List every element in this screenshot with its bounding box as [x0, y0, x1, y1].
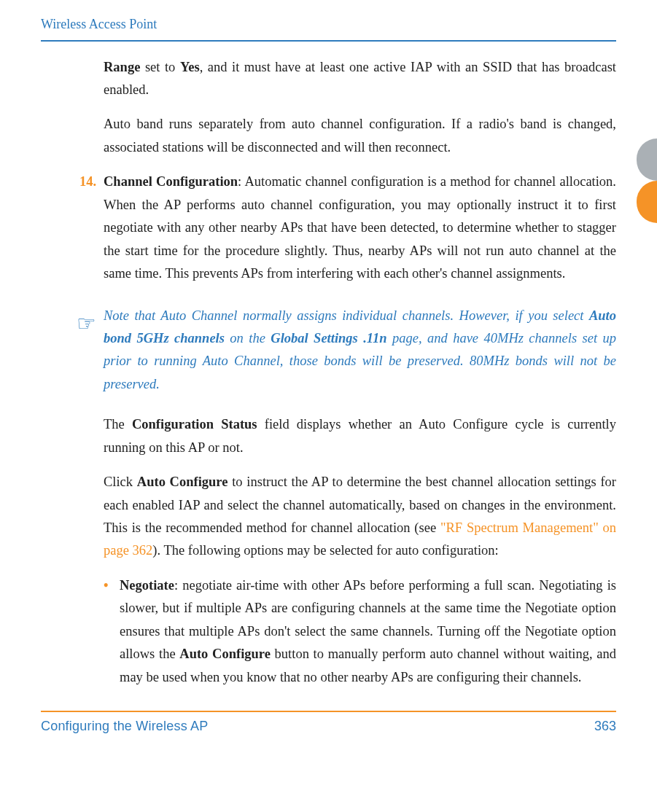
- term-negotiate: Negotiate: [120, 578, 174, 593]
- side-tab-strip: [637, 160, 657, 223]
- bullet-body-negotiate: Negotiate: negotiate air-time with other…: [120, 574, 616, 689]
- term-yes: Yes: [180, 60, 200, 74]
- footer-title: Configuring the Wireless AP: [41, 715, 209, 738]
- paragraph-config-status: The Configuration Status field displays …: [104, 413, 616, 459]
- item-number-14: 14.: [73, 171, 104, 285]
- side-tab-grey: [637, 138, 657, 181]
- paragraph-range: Range set to Yes, and it must have at le…: [104, 56, 616, 102]
- item-body-14: Channel Configuration: Automatic channel…: [104, 171, 616, 285]
- note-body: Note that Auto Channel normally assigns …: [104, 305, 616, 397]
- term-channel-config: Channel Configuration: [104, 174, 238, 189]
- term-auto-configure-2: Auto Configure: [179, 647, 271, 661]
- side-tab-orange: [637, 181, 657, 223]
- page-footer: Configuring the Wireless AP 363: [41, 711, 616, 738]
- note-callout: ☞ Note that Auto Channel normally assign…: [73, 305, 616, 397]
- paragraph-auto-configure: Click Auto Configure to instruct the AP …: [104, 471, 616, 563]
- bullet-icon: •: [104, 574, 120, 689]
- term-auto-configure: Auto Configure: [137, 475, 228, 489]
- page-number: 363: [594, 715, 616, 738]
- hand-icon: ☞: [73, 305, 104, 397]
- list-item-14: 14. Channel Configuration: Automatic cha…: [41, 171, 616, 285]
- page: Wireless Access Point Range set to Yes, …: [0, 0, 657, 773]
- term-global-settings: Global Settings .11n: [271, 331, 386, 346]
- term-range: Range: [104, 60, 140, 74]
- term-config-status: Configuration Status: [132, 417, 257, 432]
- bullet-negotiate: • Negotiate: negotiate air-time with oth…: [41, 574, 616, 689]
- paragraph-autoband: Auto band runs separately from auto chan…: [104, 113, 616, 159]
- header-title: Wireless Access Point: [41, 17, 157, 31]
- page-header: Wireless Access Point: [41, 13, 616, 42]
